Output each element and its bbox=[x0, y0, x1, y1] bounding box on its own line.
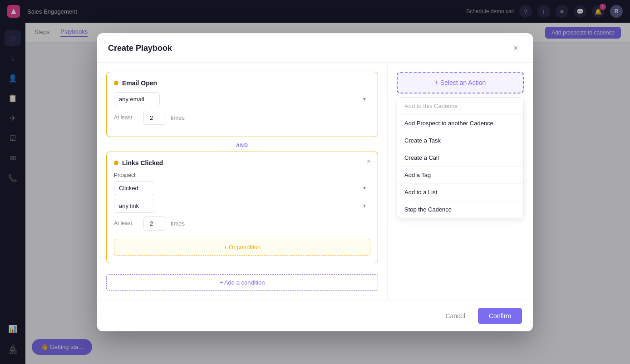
modal-right-panel: + Select an Action Add to this Cadence A… bbox=[388, 63, 533, 300]
condition1-title: Email Open bbox=[122, 79, 157, 87]
modal-body: Email Open any email specific email At l… bbox=[97, 63, 533, 300]
links-clicked-condition-card: Links Clicked × Prospect Clicked Not Cli… bbox=[106, 152, 378, 263]
modal-overlay: Create Playbook × Email Open any email s… bbox=[0, 0, 630, 364]
link-select-wrapper: any link specific link bbox=[114, 199, 370, 213]
modal-left-panel: Email Open any email specific email At l… bbox=[97, 63, 388, 300]
action-add-to-cadence: Add to this Cadence bbox=[397, 98, 523, 115]
action-menu: Add to this Cadence Add Prospect to anot… bbox=[397, 97, 524, 218]
modal-footer: Cancel Confirm bbox=[97, 300, 533, 331]
action-add-to-list[interactable]: Add to a List bbox=[397, 184, 523, 201]
add-condition-button[interactable]: + Add a condition bbox=[106, 274, 378, 291]
condition2-header: Links Clicked bbox=[114, 159, 370, 167]
confirm-button[interactable]: Confirm bbox=[478, 308, 522, 324]
action-stop-cadence[interactable]: Stop the Cadence bbox=[397, 201, 523, 218]
prospect-label: Prospect bbox=[114, 172, 370, 178]
condition2-title: Links Clicked bbox=[122, 159, 163, 167]
prospect-select-wrapper: Clicked Not Clicked bbox=[114, 181, 370, 195]
email-select[interactable]: any email specific email bbox=[114, 92, 160, 106]
select-action-button[interactable]: + Select an Action bbox=[397, 72, 524, 93]
email-open-condition-card: Email Open any email specific email At l… bbox=[106, 72, 378, 137]
times-label-1: times bbox=[171, 114, 185, 121]
link-select[interactable]: any link specific link bbox=[114, 199, 154, 213]
atleast-input-2[interactable] bbox=[143, 216, 166, 231]
action-create-call[interactable]: Create a Call bbox=[397, 149, 523, 167]
email-select-wrapper: any email specific email bbox=[114, 92, 370, 106]
condition1-dot bbox=[114, 81, 118, 85]
condition2-dot bbox=[114, 161, 118, 165]
action-add-prospect-another[interactable]: Add Prospect to another Cadence bbox=[397, 115, 523, 132]
or-condition-button[interactable]: + Or condition bbox=[114, 239, 370, 256]
and-divider: AND bbox=[106, 143, 378, 148]
create-playbook-modal: Create Playbook × Email Open any email s… bbox=[97, 33, 533, 331]
action-add-tag[interactable]: Add a Tag bbox=[397, 167, 523, 184]
prospect-select[interactable]: Clicked Not Clicked bbox=[114, 181, 154, 195]
modal-header: Create Playbook × bbox=[97, 33, 533, 63]
atleast-label-2: At least bbox=[114, 220, 139, 226]
condition1-header: Email Open bbox=[114, 79, 370, 87]
modal-title: Create Playbook bbox=[108, 44, 172, 53]
action-create-task[interactable]: Create a Task bbox=[397, 132, 523, 149]
condition2-close-button[interactable]: × bbox=[364, 157, 373, 166]
atleast-row-1: At least times bbox=[114, 111, 370, 125]
atleast-label-1: At least bbox=[114, 114, 139, 121]
atleast-row-2: At least times bbox=[114, 216, 370, 231]
modal-close-button[interactable]: × bbox=[509, 42, 522, 55]
atleast-input-1[interactable] bbox=[143, 111, 166, 125]
cancel-button[interactable]: Cancel bbox=[438, 309, 472, 323]
times-label-2: times bbox=[171, 220, 185, 227]
